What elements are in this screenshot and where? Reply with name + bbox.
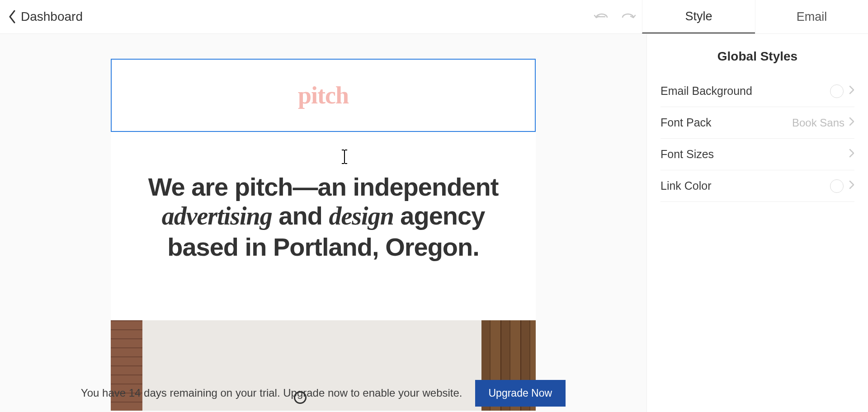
chevron-right-icon: [849, 180, 854, 192]
style-panel: Global Styles Email Background Font Pack…: [646, 34, 868, 412]
upgrade-text: You have 14 days remaining on your trial…: [81, 387, 462, 399]
row-label: Font Sizes: [660, 148, 849, 161]
logo-text[interactable]: pitch: [298, 82, 349, 109]
headline-tail: agency: [394, 201, 485, 230]
tab-email[interactable]: Email: [755, 0, 868, 33]
back-label: Dashboard: [21, 9, 83, 24]
chevron-left-icon: [8, 10, 16, 23]
chevron-right-icon: [849, 85, 854, 97]
panel-title: Global Styles: [660, 34, 854, 75]
headline-part1: We are pitch—an independent: [148, 173, 499, 201]
headline-mid: and: [272, 201, 329, 230]
row-font-sizes[interactable]: Font Sizes: [660, 139, 854, 170]
undo-button[interactable]: [588, 0, 615, 33]
headline-block[interactable]: We are pitch—an independent advertising …: [111, 132, 536, 320]
headline-italic-design: design: [329, 202, 393, 230]
redo-button[interactable]: [615, 0, 642, 33]
row-email-background[interactable]: Email Background: [660, 75, 854, 107]
row-link-color[interactable]: Link Color: [660, 170, 854, 202]
row-label: Font Pack: [660, 116, 792, 129]
headline-line2: based in Portland, Oregon.: [138, 233, 509, 262]
row-label: Email Background: [660, 84, 830, 98]
back-to-dashboard[interactable]: Dashboard: [0, 9, 83, 24]
row-label: Link Color: [660, 179, 830, 192]
email-canvas[interactable]: pitch We are pitch—an independent advert…: [111, 59, 536, 411]
upgrade-banner: You have 14 days remaining on your trial…: [0, 374, 646, 412]
headline-italic-advertising: advertising: [162, 202, 272, 230]
tab-label: Email: [797, 10, 827, 24]
row-value: Book Sans: [792, 117, 844, 129]
tab-label: Style: [685, 9, 712, 23]
tab-style[interactable]: Style: [642, 0, 755, 33]
row-font-pack[interactable]: Font Pack Book Sans: [660, 107, 854, 139]
upgrade-now-button[interactable]: Upgrade Now: [475, 380, 566, 407]
chevron-right-icon: [849, 149, 854, 160]
chevron-right-icon: [849, 117, 854, 129]
logo-block-selected[interactable]: pitch: [111, 59, 536, 132]
color-swatch: [830, 84, 844, 98]
color-swatch: [830, 179, 844, 193]
editor-canvas-area: pitch We are pitch—an independent advert…: [0, 34, 646, 412]
